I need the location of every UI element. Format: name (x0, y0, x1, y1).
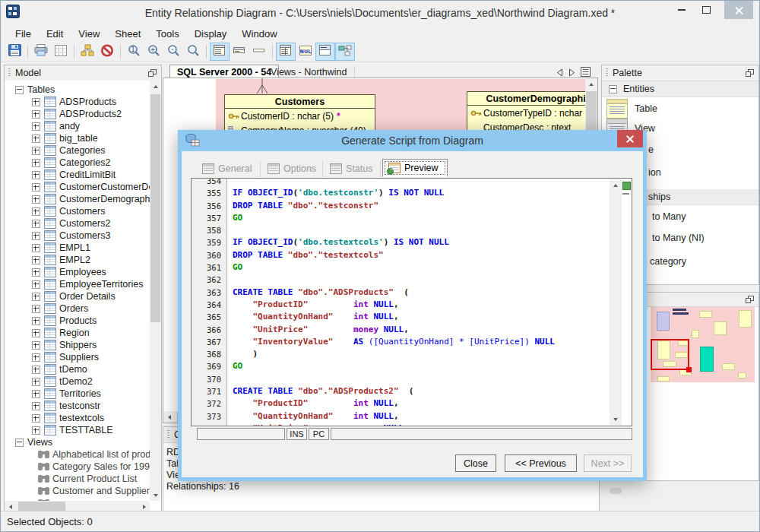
dialog-close-button[interactable] (617, 130, 643, 147)
table-compact-view-button[interactable] (230, 43, 249, 61)
scroll-left-icon[interactable] (163, 411, 175, 423)
expand-icon[interactable] (32, 280, 40, 289)
tree-table-employees[interactable]: Employees (5, 266, 150, 278)
tree-table-testextcols[interactable]: testextcols (5, 412, 150, 424)
tree-table-adsproducts[interactable]: ADSProducts (5, 96, 150, 108)
save-button[interactable] (5, 43, 24, 61)
menu-view[interactable]: View (71, 27, 106, 41)
zoom-in-button[interactable]: + (144, 43, 163, 61)
tree-view-item-0[interactable]: Alphabetical list of products (5, 448, 150, 461)
expand-icon[interactable] (32, 195, 40, 204)
scroll-up-icon[interactable] (150, 81, 161, 92)
table-detail-view-button[interactable] (210, 43, 230, 61)
scroll-down-icon[interactable] (150, 489, 161, 501)
expand-icon[interactable] (32, 207, 40, 216)
expand-icon[interactable] (32, 135, 40, 143)
vscroll-thumb[interactable] (150, 94, 160, 322)
expand-icon[interactable] (32, 402, 40, 410)
tree-table-order-details[interactable]: Order Details (5, 290, 150, 302)
previous-button[interactable]: << Previous (505, 454, 577, 472)
tree-table-products[interactable]: Products (5, 315, 150, 327)
expand-icon[interactable] (32, 256, 40, 264)
tree-table-customers2[interactable]: Customers2 (5, 217, 150, 230)
tab-views-northwind[interactable]: Views - Northwind (264, 66, 355, 78)
zoom-actual-button[interactable]: 1 (124, 43, 144, 61)
collapse-icon[interactable] (609, 85, 617, 93)
tree-table-big_table[interactable]: big_table (5, 132, 150, 144)
tree-table-testtable[interactable]: TESTTABLE (5, 424, 150, 436)
editor-vscrollbar[interactable] (610, 179, 622, 425)
expand-icon[interactable] (32, 147, 40, 155)
tree-table-categories2[interactable]: Categories2 (5, 157, 150, 169)
scroll-down-icon[interactable] (610, 413, 622, 425)
code-lines[interactable]: IF OBJECT_ID('dbo.testconstr') IS NOT NU… (227, 179, 608, 426)
expand-icon[interactable] (32, 329, 40, 337)
expand-icon[interactable] (15, 439, 24, 447)
menu-sheet[interactable]: Sheet (108, 27, 147, 41)
expand-icon[interactable] (32, 426, 40, 435)
dialog-title-bar[interactable]: Generate Script from Diagram (178, 130, 647, 151)
palette-item-fragment-1[interactable]: ion (648, 167, 661, 178)
new-sheet-button[interactable] (51, 43, 71, 61)
palette-item-fragment-2[interactable]: to Many (652, 211, 686, 222)
show-nullable-button[interactable]: NUL (296, 43, 315, 61)
tree-table-customers3[interactable]: Customers3 (5, 230, 150, 242)
expand-icon[interactable] (32, 220, 40, 228)
tree-table-territories[interactable]: Territories (5, 388, 150, 400)
expand-icon[interactable] (32, 159, 40, 167)
model-panel-header[interactable]: Model (5, 65, 161, 81)
table-flat-view-button[interactable] (249, 43, 269, 61)
no-entry-button[interactable] (97, 43, 117, 61)
overview-minimap[interactable] (651, 307, 755, 382)
expand-icon[interactable] (32, 232, 40, 240)
minimize-button[interactable] (671, 1, 692, 19)
expand-icon[interactable] (32, 414, 40, 423)
dialog-tab-preview[interactable]: Preview (382, 159, 448, 177)
tree-table-creditlimitbit[interactable]: CreditLimitBit (5, 169, 150, 181)
menu-tools[interactable]: Tools (149, 27, 185, 41)
tree-table-customercustomerdemo[interactable]: CustomerCustomerDemo (5, 181, 150, 193)
tree-root-tables[interactable]: Tables (5, 84, 150, 96)
palette-item-table[interactable]: Table (635, 103, 657, 114)
tree-table-customerdemographics[interactable]: CustomerDemographics (5, 193, 150, 205)
expand-icon[interactable] (32, 183, 40, 192)
expand-icon[interactable] (15, 86, 24, 94)
palette-table-icon[interactable] (606, 99, 628, 119)
tree-table-categories[interactable]: Categories (5, 144, 150, 157)
zoom-tool-button[interactable] (183, 43, 203, 61)
expand-icon[interactable] (32, 390, 40, 398)
minimap-viewport[interactable] (651, 339, 689, 370)
show-columns-button[interactable] (276, 43, 296, 61)
tree-view-item-1[interactable]: Category Sales for 1997 (5, 461, 150, 473)
menu-edit[interactable]: Edit (40, 27, 70, 41)
tree-table-employeeterritories[interactable]: EmployeeTerritories (5, 278, 150, 290)
expand-icon[interactable] (32, 341, 40, 350)
auto-layout-button[interactable] (78, 43, 97, 61)
entity-column-row[interactable]: CustomerID : nchar (5)* (225, 109, 375, 123)
zoom-out-button[interactable]: - (163, 43, 183, 61)
palette-item-fragment-0[interactable]: e (648, 144, 654, 155)
menu-display[interactable]: Display (188, 27, 234, 41)
tree-table-empl2[interactable]: EMPL2 (5, 254, 150, 266)
menu-file[interactable]: File (8, 27, 38, 41)
expand-icon[interactable] (32, 293, 40, 301)
expand-icon[interactable] (32, 317, 40, 325)
expand-icon[interactable] (32, 366, 40, 374)
tree-table-shippers[interactable]: Shippers (5, 339, 150, 351)
tree-table-suppliers[interactable]: Suppliers (5, 351, 150, 363)
expand-icon[interactable] (32, 244, 40, 252)
expand-icon[interactable] (32, 171, 40, 179)
tree-table-tdemo2[interactable]: tDemo2 (5, 375, 150, 388)
tree-view-item-3[interactable]: Customer and Suppliers by City (5, 485, 150, 497)
splitter-handle[interactable] (610, 488, 622, 494)
tree-table-empl1[interactable]: EMPL1 (5, 242, 150, 254)
popout-icon[interactable] (746, 293, 754, 306)
scroll-up-icon[interactable] (610, 179, 622, 191)
tree-root-views[interactable]: Views (5, 436, 150, 448)
sql-preview-editor[interactable]: 3543553563573583593603613623633643653663… (191, 178, 632, 426)
tree-table-orders[interactable]: Orders (5, 302, 150, 315)
minimap-viewport-handle[interactable] (686, 367, 692, 372)
expand-icon[interactable] (32, 305, 40, 313)
tree-table-testconstr[interactable]: testconstr (5, 400, 150, 412)
tab-sql-server[interactable]: SQL Server 2000 - 54 (169, 65, 279, 78)
